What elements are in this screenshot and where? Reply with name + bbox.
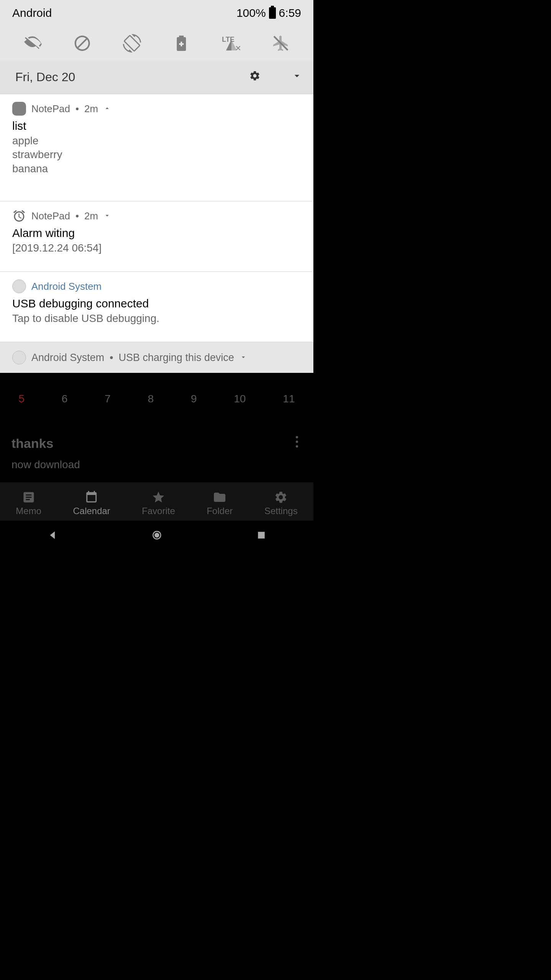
notification-title: Alarm witing [12,227,301,240]
date-text: Fri, Dec 20 [15,70,249,84]
dnd-off-icon[interactable] [73,34,92,53]
notification-time: 2m [84,103,98,115]
svg-rect-5 [258,532,265,539]
nav-label: Memo [16,506,41,516]
notification-title: list [12,119,301,132]
more-icon[interactable] [296,436,298,448]
alarm-icon [12,209,26,223]
carrier-label: Android [12,7,52,20]
android-system-icon [12,279,26,293]
svg-point-4 [154,533,159,538]
calendar-date: 8 [148,393,154,405]
wifi-off-icon[interactable] [23,34,42,53]
calendar-date: 7 [105,393,111,405]
calendar-week-row: 5 6 7 8 9 10 11 [0,380,313,418]
settings-icon[interactable] [249,70,261,85]
battery-icon [269,7,276,19]
nav-settings[interactable]: Settings [264,490,298,516]
nav-label: Calendar [73,506,110,516]
calendar-date: 9 [191,393,197,405]
memo-title: thanks [11,436,302,451]
battery-saver-icon[interactable] [172,34,191,53]
notification-usb-charging[interactable]: Android System • USB charging this devic… [0,342,313,373]
battery-percent: 100% [236,7,266,20]
mobile-data-icon[interactable]: LTE✕ [222,34,241,53]
nav-favorite[interactable]: Favorite [142,490,175,516]
notification-header: NotePad • 2m [12,102,301,116]
quick-settings-row: LTE✕ [0,26,313,60]
nav-label: Settings [264,506,298,516]
notification-usb-debugging[interactable]: Android System USB debugging connected T… [0,272,313,342]
android-system-icon [12,351,26,364]
notification-content: apple strawberry banana [12,134,301,176]
chevron-up-icon[interactable] [103,103,111,115]
nav-memo[interactable]: Memo [16,490,41,516]
nav-label: Favorite [142,506,175,516]
back-button[interactable] [47,529,58,542]
clock-time: 6:59 [279,7,301,20]
notification-app-name: Android System [31,281,102,292]
system-nav [0,521,313,551]
notepad-app-icon [12,102,26,116]
notification-header: Android System [12,279,301,293]
nav-calendar[interactable]: Calendar [73,490,110,516]
notification-content: [2019.12.24 06:54] [12,241,301,255]
notification-title: USB debugging connected [12,297,301,310]
notification-app-name: NotePad [31,210,70,222]
notification-app-name: NotePad [31,103,70,115]
notification-header: NotePad • 2m [12,209,301,223]
notification-notepad-list[interactable]: NotePad • 2m list apple strawberry banan… [0,94,313,201]
notification-time: 2m [84,210,98,222]
calendar-date: 11 [283,393,295,405]
home-button[interactable] [151,529,163,542]
airplane-off-icon[interactable] [271,34,290,53]
status-bar: Android 100% 6:59 [0,0,313,26]
nav-label: Folder [207,506,233,516]
chevron-down-icon[interactable] [240,352,247,364]
chevron-down-icon[interactable] [291,70,303,85]
calendar-date: 6 [62,393,68,405]
memo-subtitle: now download [11,459,302,471]
svg-text:✕: ✕ [235,44,240,52]
status-right: 100% 6:59 [236,7,301,20]
nav-folder[interactable]: Folder [207,490,233,516]
chevron-down-icon[interactable] [103,210,111,222]
notification-notepad-alarm[interactable]: NotePad • 2m Alarm witing [2019.12.24 06… [0,201,313,272]
notification-content: Tap to disable USB debugging. [12,312,301,325]
calendar-date: 10 [234,393,246,405]
calendar-date: 5 [18,393,24,405]
date-bar: Fri, Dec 20 [0,60,313,94]
recents-button[interactable] [256,529,267,542]
bottom-nav: Memo Calendar Favorite Folder Settings [0,482,313,521]
notification-app-name: Android System [31,352,104,364]
notification-summary: USB charging this device [119,352,234,364]
background-memo-card: thanks now download [0,425,313,482]
rotation-icon[interactable] [122,34,142,53]
